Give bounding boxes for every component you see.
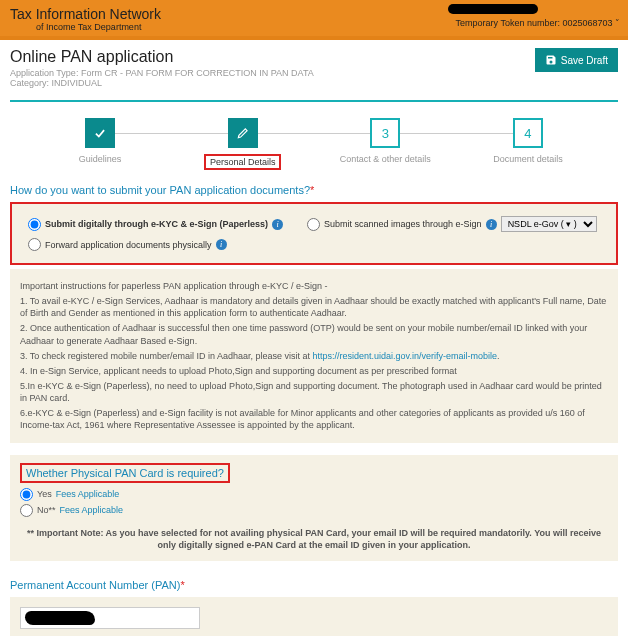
- submit-options-box: Submit digitally through e-KYC & e-Sign …: [10, 202, 618, 265]
- header-bar: Tax Information Network of Income Tax De…: [0, 0, 628, 36]
- pencil-icon: [236, 126, 250, 140]
- step-contact-details[interactable]: 3 Contact & other details: [325, 118, 445, 164]
- step-tracker: Guidelines Personal Details 3 Contact & …: [40, 118, 588, 170]
- option-scanned-esign[interactable]: Submit scanned images through e-Sign i N…: [307, 216, 597, 232]
- uidai-verify-link[interactable]: https://resident.uidai.gov.in/verify-ema…: [313, 351, 497, 361]
- info-icon[interactable]: i: [272, 219, 283, 230]
- step-document-details[interactable]: 4 Document details: [468, 118, 588, 164]
- physical-yes-row[interactable]: Yes Fees Applicable: [20, 488, 608, 501]
- check-icon: [93, 126, 107, 140]
- info-icon[interactable]: i: [486, 219, 497, 230]
- radio-physical-no[interactable]: [20, 504, 33, 517]
- page-title: Online PAN application: [10, 48, 314, 66]
- option-physical-forward[interactable]: Forward application documents physically…: [28, 238, 227, 251]
- esign-provider-select[interactable]: NSDL e-Gov ( ▾ ): [501, 216, 597, 232]
- physical-no-row[interactable]: No** Fees Applicable: [20, 504, 608, 517]
- radio-ekyc-esign[interactable]: [28, 218, 41, 231]
- option-ekyc-esign[interactable]: Submit digitally through e-KYC & e-Sign …: [28, 216, 283, 232]
- redacted-value: [25, 611, 95, 625]
- submit-question: How do you want to submit your PAN appli…: [10, 184, 618, 196]
- physical-card-box: Whether Physical PAN Card is required? Y…: [10, 455, 618, 561]
- physical-heading-highlight: Whether Physical PAN Card is required?: [20, 463, 230, 483]
- save-icon: [545, 54, 557, 66]
- radio-physical-yes[interactable]: [20, 488, 33, 501]
- divider-teal: [10, 100, 618, 102]
- step-guidelines[interactable]: Guidelines: [40, 118, 160, 164]
- pan-input-section: [10, 597, 618, 636]
- redacted-graphic: [448, 4, 538, 14]
- fees-link-yes[interactable]: Fees Applicable: [56, 489, 120, 499]
- fees-link-no[interactable]: Fees Applicable: [60, 505, 124, 515]
- step-personal-details[interactable]: Personal Details: [183, 118, 303, 170]
- radio-physical-forward[interactable]: [28, 238, 41, 251]
- app-type-line: Application Type: Form CR - PAN FORM FOR…: [10, 68, 314, 78]
- physical-card-heading: Whether Physical PAN Card is required?: [26, 467, 224, 479]
- category-line: Category: INDIVIDUAL: [10, 78, 314, 88]
- pan-input[interactable]: [20, 607, 200, 629]
- instructions-box: Important instructions for paperless PAN…: [10, 269, 618, 443]
- radio-scanned-esign[interactable]: [307, 218, 320, 231]
- save-draft-button[interactable]: Save Draft: [535, 48, 618, 72]
- pan-heading: Permanent Account Number (PAN)*: [10, 579, 618, 591]
- important-note: ** Important Note: As you have selected …: [24, 527, 604, 551]
- info-icon[interactable]: i: [216, 239, 227, 250]
- token-dropdown[interactable]: Temporary Token number: 0025068703 ˅: [456, 18, 620, 28]
